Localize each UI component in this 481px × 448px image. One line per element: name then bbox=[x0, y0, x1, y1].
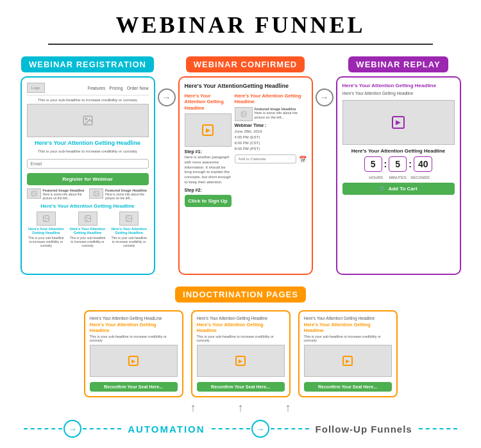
reg-featured-item-2: Featured Image Headline Here is some inf… bbox=[89, 188, 149, 201]
page-title: WEBINAR FUNNEL bbox=[0, 0, 481, 44]
reg-sub3-item-3: Here's Your Attention Getting Headline T… bbox=[110, 212, 149, 247]
indoc-btn-1[interactable]: Reconfirm Your Seat Here... bbox=[90, 382, 178, 392]
replay-play-icon: ▶ bbox=[392, 116, 405, 129]
indoc-btn-3[interactable]: Reconfirm Your Seat Here... bbox=[304, 382, 392, 392]
replay-card: Here's Your Attention Getting Headline H… bbox=[336, 76, 461, 275]
dashed-right1 bbox=[212, 428, 250, 429]
up-arrow-3: ↑ bbox=[285, 401, 291, 415]
reg-feat-img-1 bbox=[27, 188, 41, 199]
arrow-circle-2: → bbox=[316, 88, 333, 106]
confirmed-label: WEBINAR CONFIRMED bbox=[186, 56, 305, 72]
automation-row: → AUTOMATION → Follow-Up Funnels bbox=[13, 420, 468, 447]
reg-sub3-item-1: Here's Your Attention Getting Headline T… bbox=[27, 212, 66, 247]
up-arrows: ↑ ↑ ↑ bbox=[13, 401, 468, 415]
reg-sub3-img-1 bbox=[37, 212, 56, 226]
indoc-card2-video: ▶ bbox=[197, 345, 285, 377]
conf-top-headline: Here's Your AttentionGetting Headline bbox=[185, 83, 307, 90]
indoc-card-1: Here's Your Attention Getting HeadLine H… bbox=[84, 310, 183, 397]
conf-time-details: June 28th, 2019 4:00 PM (EST) 6:00 PM (C… bbox=[235, 129, 307, 152]
followup-label: Follow-Up Funnels bbox=[310, 424, 418, 435]
arrow-1: → bbox=[155, 56, 178, 106]
reg-sub3-item-2: Here's Your Attention Getting Headline T… bbox=[68, 212, 107, 247]
replay-sub: Here's Your Attention Getting Headline bbox=[342, 91, 455, 96]
automation-label: AUTOMATION bbox=[122, 424, 210, 435]
replay-timer-row: 5 : 5 : 40 bbox=[342, 156, 455, 172]
conf-right-headline: Here's Your Attention Getting Headline bbox=[235, 93, 307, 106]
indoc-play-icon-2: ▶ bbox=[235, 356, 246, 366]
timer-colon-1: : bbox=[384, 159, 387, 169]
calendar-icon: 📅 bbox=[299, 156, 307, 163]
conf-left-headline: Here's Your Attention Getting Headline bbox=[185, 93, 232, 112]
indoc-card-3: Here's Your Attention Getting Headline H… bbox=[298, 310, 398, 397]
indoc-card2-main: Here's Your Attention Getting Headline bbox=[197, 322, 285, 333]
reg-sub3-img-3 bbox=[119, 212, 139, 226]
indoc-card1-main: Here's Your Attention Getting Headline bbox=[90, 322, 178, 333]
svg-point-9 bbox=[86, 217, 87, 218]
title-underline bbox=[48, 44, 433, 45]
reg-hero-image bbox=[27, 104, 149, 137]
registration-card: Logo Features Pricing Order Now This is … bbox=[21, 76, 155, 275]
reg-featured-row: Featured Image Headline Here is some inf… bbox=[27, 188, 149, 201]
conf-step1-label: Step #1: bbox=[185, 149, 232, 154]
indoctrination-label: INDOCTRINATION PAGES bbox=[175, 286, 306, 303]
conf-left: Here's Your Attention Getting Headline ▶… bbox=[185, 93, 232, 210]
conf-video: ▶ bbox=[185, 113, 232, 147]
registration-section: WEBINAR REGISTRATION Logo Features Prici… bbox=[21, 56, 155, 275]
indoc-card-2: Here's Your Attention Getting Headline H… bbox=[191, 310, 291, 397]
indoc-btn-2[interactable]: Reconfirm Your Seat Here... bbox=[197, 382, 285, 392]
replay-headline: Here's Your Attention Getting Headline bbox=[342, 83, 455, 89]
replay-video: ▶ bbox=[342, 100, 455, 145]
svg-point-1 bbox=[85, 118, 87, 119]
replay-btn-label: Add To Cart bbox=[388, 186, 417, 192]
conf-step2-label: Step #2: bbox=[185, 188, 232, 192]
indoc-play-icon-3: ▶ bbox=[342, 356, 353, 366]
svg-point-5 bbox=[95, 192, 96, 193]
reg-featured-item-1: Featured Image Headline Here is some inf… bbox=[27, 188, 87, 201]
conf-cta-btn[interactable]: Click to Sign Up bbox=[185, 195, 232, 207]
timer-colon-2: : bbox=[409, 159, 412, 169]
indoc-card1-video: ▶ bbox=[90, 345, 178, 377]
timer-labels: HOURS MINUTES SECONDS bbox=[342, 176, 455, 179]
confirmed-card: Here's Your AttentionGetting Headline He… bbox=[178, 76, 313, 275]
bottom-area: INDOCTRINATION PAGES Here's Your Attenti… bbox=[0, 275, 481, 447]
indoc-card3-sub: This is your sub-headline to increase cr… bbox=[304, 335, 392, 342]
indoc-card3-video: ▶ bbox=[304, 345, 392, 377]
arrow-2: → bbox=[313, 56, 336, 106]
indoc-card1-headline: Here's Your Attention Getting HeadLine bbox=[90, 316, 178, 320]
confirmed-section: WEBINAR CONFIRMED Here's Your AttentionG… bbox=[178, 56, 313, 275]
reg-big-headline: Here's Your Attention Getting Headline bbox=[27, 203, 149, 209]
play-icon: ▶ bbox=[202, 124, 214, 136]
svg-point-3 bbox=[32, 192, 33, 193]
svg-point-7 bbox=[44, 217, 46, 218]
reg-feat-img-2 bbox=[89, 188, 103, 199]
reg-nav: Logo Features Pricing Order Now bbox=[27, 83, 149, 95]
reg-logo: Logo bbox=[27, 83, 45, 93]
reg-btn[interactable]: Register for Webinar bbox=[27, 173, 149, 185]
svg-point-13 bbox=[242, 113, 242, 113]
replay-headline2: Here's Your Attention Getting Headline bbox=[342, 148, 455, 154]
arrow-circle-1: → bbox=[158, 88, 176, 106]
dashed-right2 bbox=[271, 428, 309, 429]
timer-minutes: 5 bbox=[389, 156, 407, 172]
reg-main-headline: Here's Your Attention Getting Headline bbox=[27, 140, 149, 147]
indoc-card2-headline: Here's Your Attention Getting Headline bbox=[197, 316, 285, 320]
timer-seconds: 40 bbox=[414, 156, 433, 172]
indoc-card1-sub: This is your sub-headline to increase cr… bbox=[90, 335, 178, 342]
conf-feat-img bbox=[235, 107, 253, 121]
dashed-left bbox=[24, 428, 62, 429]
replay-add-btn[interactable]: 🛒 Add To Cart bbox=[342, 183, 455, 195]
indoc-card3-main: Here's Your Attention Getting Headline bbox=[304, 322, 392, 333]
reg-email-input[interactable] bbox=[27, 159, 149, 169]
reg-sub3-img-2 bbox=[78, 212, 97, 226]
registration-label: WEBINAR REGISTRATION bbox=[21, 56, 154, 72]
indoc-play-icon-1: ▶ bbox=[128, 356, 139, 366]
replay-section: WEBINAR REPLAY Here's Your Attention Get… bbox=[336, 56, 461, 275]
replay-label: WEBINAR REPLAY bbox=[348, 56, 448, 72]
conf-calendar-input[interactable] bbox=[235, 154, 296, 163]
reg-sub3-row: Here's Your Attention Getting Headline T… bbox=[27, 212, 149, 247]
automation-arrow-icon-2: → bbox=[251, 420, 269, 438]
automation-arrow-icon: → bbox=[63, 420, 81, 438]
conf-webinar-time-label: Webinar Time : bbox=[235, 123, 307, 128]
up-arrow-1: ↑ bbox=[190, 401, 196, 415]
indoctrination-cards: Here's Your Attention Getting HeadLine H… bbox=[84, 310, 398, 397]
